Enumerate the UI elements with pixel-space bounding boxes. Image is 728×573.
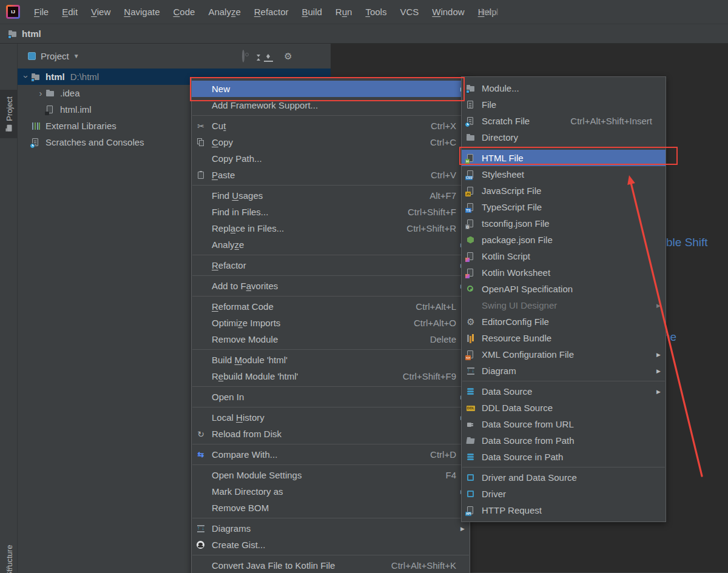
menu-item-add-framework-support[interactable]: Add Framework Support...: [192, 97, 470, 113]
menu-separator: [192, 407, 469, 407]
menu-item-local-history[interactable]: Local History▶: [192, 409, 470, 426]
submenu-item-package-json-file[interactable]: package.json File: [462, 232, 666, 248]
menu-item-find-in-files[interactable]: Find in Files...Ctrl+Shift+F: [192, 204, 470, 220]
menu-item-icon-slot: [466, 235, 482, 245]
submenu-item-swing-ui-designer[interactable]: Swing UI Designer▶: [462, 297, 666, 313]
submenu-item-data-source[interactable]: Data Source▶: [462, 383, 666, 400]
menu-item-open-module-settings[interactable]: Open Module SettingsF4: [192, 467, 470, 483]
menu-item-icon-slot: [196, 524, 212, 534]
menu-item-icon-slot: [466, 333, 482, 343]
diagram-icon: [466, 366, 476, 376]
menu-item-analyze[interactable]: Analyze▶: [192, 236, 470, 253]
menu-item-add-to-favorites[interactable]: Add to Favorites▶: [192, 278, 470, 294]
menu-item-create-gist[interactable]: Create Gist...: [192, 537, 470, 553]
menu-item-reload-from-disk[interactable]: ↻Reload from Disk: [192, 426, 470, 442]
submenu-item-ddl-data-source[interactable]: DDLDDL Data Source: [462, 400, 666, 416]
settings-icon[interactable]: ⚙: [283, 52, 293, 61]
folder-icon: [46, 89, 55, 98]
locate-icon[interactable]: [242, 51, 244, 62]
menubar-item-build[interactable]: Build: [295, 0, 328, 24]
menu-item-label: Add Framework Support...: [212, 100, 318, 110]
submenu-item-openapi-specification[interactable]: OpenAPI Specification: [462, 281, 666, 297]
submenu-item-data-source-in-path[interactable]: Data Source in Path: [462, 449, 666, 465]
menubar-item-tools[interactable]: Tools: [359, 0, 393, 24]
submenu-item-tsconfig-json-file[interactable]: {}tsconfig.json File: [462, 215, 666, 232]
submenu-item-typescript-file[interactable]: TSTypeScript File: [462, 199, 666, 215]
chevron-down-icon[interactable]: ›: [22, 72, 31, 82]
submenu-item-scratch-file[interactable]: Scratch FileCtrl+Alt+Shift+Insert: [462, 113, 666, 129]
submenu-item-kotlin-worksheet[interactable]: Kotlin Worksheet: [462, 264, 666, 281]
menubar-item-view[interactable]: View: [84, 0, 117, 24]
submenu-item-module[interactable]: Module...: [462, 80, 666, 96]
submenu-item-data-source-from-path[interactable]: Data Source from Path: [462, 432, 666, 449]
menu-item-diagrams[interactable]: Diagrams▶: [192, 520, 470, 537]
breadcrumb[interactable]: html: [22, 28, 41, 39]
submenu-item-stylesheet[interactable]: CSSStylesheet: [462, 166, 666, 183]
menubar-item-run[interactable]: Run: [329, 0, 359, 24]
submenu-item-diagram[interactable]: Diagram▶: [462, 363, 666, 379]
menubar-item-analyze[interactable]: Analyze: [201, 0, 247, 24]
db-icon: [466, 452, 476, 462]
submenu-item-resource-bundle[interactable]: Resource Bundle: [462, 330, 666, 346]
stripe-tab-project[interactable]: Project: [0, 90, 18, 138]
submenu-item-editorconfig-file[interactable]: ⚙EditorConfig File: [462, 313, 666, 330]
menu-item-copy-path[interactable]: Copy Path...: [192, 150, 470, 167]
submenu-item-http-request[interactable]: APIHTTP Request: [462, 502, 666, 518]
scratch-file-icon: [466, 116, 476, 126]
menu-item-rebuild-module-html[interactable]: Rebuild Module 'html'Ctrl+Shift+F9: [192, 368, 470, 384]
submenu-item-driver[interactable]: Driver: [462, 486, 666, 502]
menu-item-open-in[interactable]: Open In▶: [192, 389, 470, 405]
menubar-item-refactor[interactable]: Refactor: [248, 0, 295, 24]
menu-item-mark-directory-as[interactable]: Mark Directory as▶: [192, 483, 470, 500]
menu-item-remove-bom[interactable]: Remove BOM: [192, 500, 470, 516]
menu-item-shortcut: Ctrl+Shift+R: [396, 223, 456, 233]
chevron-right-icon[interactable]: ›: [36, 89, 46, 98]
menubar-item-file[interactable]: File: [27, 0, 55, 24]
menu-item-reformat-code[interactable]: Reformat CodeCtrl+Alt+L: [192, 298, 470, 315]
submenu-item-directory[interactable]: Directory: [462, 129, 666, 146]
submenu-item-xml-configuration-file[interactable]: <>XML Configuration File▶: [462, 346, 666, 363]
intellij-logo-icon: IJ: [6, 5, 20, 19]
menu-item-label: Kotlin Worksheet: [482, 267, 550, 278]
submenu-item-javascript-file[interactable]: JSJavaScript File: [462, 183, 666, 199]
menu-item-cut[interactable]: ✂CutCtrl+X: [192, 118, 470, 134]
menu-item-find-usages[interactable]: Find UsagesAlt+F7: [192, 187, 470, 204]
submenu-item-driver-and-data-source[interactable]: Driver and Data Source: [462, 469, 666, 486]
menu-item-convert-java-file-to-kotlin-file[interactable]: Convert Java File to Kotlin FileCtrl+Alt…: [192, 557, 470, 573]
menubar-item-code[interactable]: Code: [167, 0, 202, 24]
menu-item-label: JavaScript File: [482, 186, 541, 196]
menu-item-build-module-html[interactable]: Build Module 'html': [192, 352, 470, 368]
submenu-item-file[interactable]: File: [462, 96, 666, 113]
menu-item-icon-slot: ↻: [196, 429, 212, 439]
menu-item-shortcut: Alt+F7: [419, 190, 456, 201]
menubar-item-edit[interactable]: Edit: [55, 0, 84, 24]
menu-item-shortcut: Ctrl+Alt+O: [403, 318, 456, 328]
menu-item-label: Directory: [482, 132, 518, 142]
menu-item-icon-slot: CSS: [466, 170, 482, 179]
menu-item-icon-slot: ⇆: [196, 450, 212, 460]
menu-item-label: Driver: [482, 489, 506, 499]
menu-item-refactor[interactable]: Refactor▶: [192, 257, 470, 273]
tool-window-stripe: Project Structure s: [0, 44, 18, 572]
menu-item-compare-with[interactable]: ⇆Compare With...Ctrl+D: [192, 446, 470, 463]
menu-item-new[interactable]: New▶: [192, 81, 470, 97]
menubar-item-window[interactable]: Window: [425, 0, 471, 24]
menu-item-replace-in-files[interactable]: Replace in Files...Ctrl+Shift+R: [192, 220, 470, 236]
menu-item-label: Convert Java File to Kotlin File: [212, 560, 335, 571]
breadcrumb-bar: html: [0, 24, 728, 44]
submenu-item-html-file[interactable]: HHTML File: [462, 150, 666, 166]
menu-item-remove-module[interactable]: Remove ModuleDelete: [192, 331, 470, 347]
submenu-item-data-source-from-url[interactable]: Data Source from URL: [462, 416, 666, 432]
project-panel-title[interactable]: Project: [41, 51, 69, 61]
menu-item-label: Optimize Imports: [212, 318, 280, 328]
chevron-down-icon[interactable]: ▼: [73, 53, 79, 59]
menu-item-label: Create Gist...: [212, 540, 265, 550]
menu-item-icon-slot: TS: [466, 203, 482, 212]
submenu-item-kotlin-script[interactable]: Kotlin Script: [462, 248, 666, 264]
menu-item-icon-slot: H: [466, 153, 482, 163]
menu-item-optimize-imports[interactable]: Optimize ImportsCtrl+Alt+O: [192, 315, 470, 331]
menubar-item-navigate[interactable]: Navigate: [117, 0, 166, 24]
menu-item-paste[interactable]: PasteCtrl+V: [192, 167, 470, 183]
menu-item-copy[interactable]: CopyCtrl+C: [192, 134, 470, 150]
menubar-item-vcs[interactable]: VCS: [393, 0, 425, 24]
